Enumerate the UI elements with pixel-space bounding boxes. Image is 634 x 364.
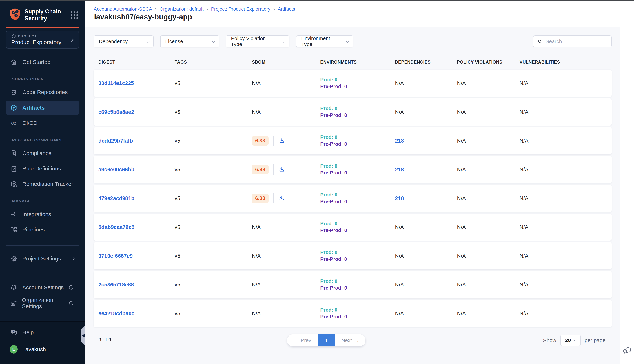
- sbom-value: N/A: [252, 80, 261, 86]
- home-icon: [10, 58, 18, 66]
- divider: [273, 164, 274, 175]
- app-title: Supply Chain Security: [25, 8, 61, 22]
- download-sbom-icon[interactable]: [278, 138, 285, 144]
- digest-link[interactable]: 2c5365718e88: [98, 282, 134, 288]
- page-number-button[interactable]: 1: [318, 334, 335, 346]
- digest-link[interactable]: a9c6e00c66bb: [98, 166, 134, 172]
- dependencies-value: N/A: [395, 224, 457, 230]
- next-page-button[interactable]: Next →: [335, 334, 366, 346]
- account-layers-icon: [10, 284, 18, 291]
- right-arrow-icon: →: [354, 338, 359, 343]
- table-row: 9710cf6667c9 v5 N/A Prod: 0 Pre-Prod: 0: [94, 242, 612, 270]
- dependencies-value: N/A: [395, 310, 457, 316]
- project-cube-icon: [11, 34, 16, 39]
- filter-dependency[interactable]: Dependency: [94, 35, 154, 48]
- sidebar-item-integrations[interactable]: Integrations: [6, 207, 79, 221]
- pre-prod-count: Pre-Prod: 0: [320, 256, 395, 263]
- sidebar-item-pipelines[interactable]: Pipelines: [6, 222, 79, 236]
- dependencies-link[interactable]: 218: [395, 166, 457, 173]
- page-body: Dependency License Policy Violation Type…: [86, 27, 620, 364]
- sidebar-item-remediation-tracker[interactable]: Remediation Tracker: [6, 177, 79, 191]
- environments-cell: Prod: 0 Pre-Prod: 0: [320, 163, 395, 176]
- breadcrumb-account[interactable]: Account: Automation-SSCA: [94, 6, 152, 12]
- filter-policy-violation-type[interactable]: Policy Violation Type: [226, 35, 289, 48]
- sidebar-item-rule-definitions[interactable]: Rule Definitions: [6, 162, 79, 176]
- dependencies-value: N/A: [395, 282, 457, 288]
- breadcrumb-project[interactable]: Project: Product Exploratory: [211, 6, 270, 12]
- table-row: ee4218cdba0c v5 N/A Prod: 0 Pre-Prod: 0: [94, 300, 612, 327]
- prod-count: Prod: 0: [320, 76, 395, 83]
- pre-prod-count: Pre-Prod: 0: [320, 170, 395, 176]
- chevron-down-icon: [574, 338, 577, 342]
- download-sbom-icon[interactable]: [278, 166, 285, 173]
- table-row: 5dab9caa79c5 v5 N/A Prod: 0 Pre-Prod: 0: [94, 214, 612, 241]
- breadcrumb-artifacts[interactable]: Artifacts: [278, 6, 295, 12]
- prev-page-button[interactable]: ← Prev: [287, 334, 318, 346]
- filter-license[interactable]: License: [160, 35, 219, 48]
- prod-count: Prod: 0: [320, 163, 395, 170]
- pagination-bar: 9 of 9 ← Prev 1 Next → Show: [86, 334, 620, 348]
- prod-count: Prod: 0: [320, 105, 395, 112]
- vulnerabilities-value: N/A: [519, 196, 612, 202]
- row-count-summary: 9 of 9: [98, 337, 111, 343]
- sidebar-item-project-settings[interactable]: Project Settings: [6, 252, 79, 266]
- prod-count: Prod: 0: [320, 278, 395, 285]
- remediation-box-icon: [10, 180, 18, 188]
- download-sbom-icon[interactable]: [278, 195, 285, 202]
- table-row: 479e2acd981b v5 6.38 Prod: 0 Pre-Prod: 0: [94, 185, 612, 212]
- breadcrumb-separator: ›: [273, 6, 275, 12]
- sidebar-item-artifacts[interactable]: Artifacts: [6, 100, 79, 115]
- sidebar-item-code-repositories[interactable]: Code Repositories: [6, 85, 79, 99]
- info-icon[interactable]: [68, 284, 74, 290]
- column-header-environments: ENVIRONMENTS: [320, 60, 395, 65]
- project-selector[interactable]: PROJECT Product Exploratory: [6, 30, 79, 48]
- dependencies-link[interactable]: 218: [395, 138, 457, 144]
- digest-link[interactable]: c69c5b6a8ae2: [98, 109, 134, 115]
- sidebar-item-organization-settings[interactable]: Organization Settings: [6, 296, 79, 310]
- sidebar-item-account-settings[interactable]: Account Settings: [6, 280, 79, 294]
- column-header-dependencies: DEPENDENCIES: [395, 60, 457, 65]
- app-grid-icon[interactable]: [71, 11, 78, 19]
- breadcrumb-separator: ›: [155, 6, 157, 12]
- dependencies-link[interactable]: 218: [395, 196, 457, 202]
- infinity-icon: ∞: [10, 119, 18, 127]
- breadcrumb-organization[interactable]: Organization: default: [160, 6, 204, 12]
- digest-link[interactable]: 33d114e1c225: [98, 80, 134, 86]
- pre-prod-count: Pre-Prod: 0: [320, 83, 395, 90]
- digest-link[interactable]: 5dab9caa79c5: [98, 224, 134, 230]
- filter-environment-type[interactable]: Environment Type: [296, 35, 353, 48]
- tag-value: v5: [175, 253, 252, 259]
- integrations-icon: [10, 210, 18, 218]
- prod-count: Prod: 0: [320, 134, 395, 141]
- user-menu[interactable]: L Lavakush: [6, 342, 79, 356]
- digest-link[interactable]: ee4218cdba0c: [98, 310, 134, 316]
- column-header-vulnerabilities: VULNERABILITIES: [519, 60, 612, 65]
- sidebar-item-compliance[interactable]: Compliance: [6, 146, 79, 160]
- policy-violations-value: N/A: [457, 253, 519, 259]
- digest-link[interactable]: 9710cf6667c9: [98, 253, 133, 259]
- digest-link[interactable]: 479e2acd981b: [98, 196, 134, 201]
- table-row: 33d114e1c225 v5 N/A Prod: 0 Pre-Prod: 0: [94, 70, 612, 97]
- chat-support-icon[interactable]: [622, 346, 632, 356]
- pre-prod-count: Pre-Prod: 0: [320, 285, 395, 292]
- prod-count: Prod: 0: [320, 192, 395, 198]
- digest-link[interactable]: dcdd29b7fafb: [98, 138, 133, 144]
- gear-icon: [10, 255, 18, 262]
- sbom-score-badge: 6.38: [252, 165, 268, 174]
- vulnerabilities-value: N/A: [519, 166, 612, 173]
- environments-cell: Prod: 0 Pre-Prod: 0: [320, 278, 395, 292]
- policy-violations-value: N/A: [457, 109, 519, 115]
- window-top-strip: [0, 0, 634, 2]
- policy-violations-value: N/A: [457, 282, 519, 288]
- column-header-digest: DIGEST: [98, 60, 175, 65]
- search-input[interactable]: [546, 38, 607, 44]
- sidebar-item-cicd[interactable]: ∞ CI/CD: [6, 116, 79, 130]
- help-button[interactable]: ? Help: [6, 325, 79, 340]
- organization-icon: [10, 299, 17, 307]
- search-icon: [537, 39, 543, 44]
- info-icon[interactable]: [68, 300, 74, 306]
- filter-bar: Dependency License Policy Violation Type…: [94, 35, 353, 48]
- pipelines-icon: [10, 226, 18, 234]
- sidebar-item-get-started[interactable]: Get Started: [6, 55, 79, 69]
- page-size-select[interactable]: 20: [560, 335, 581, 346]
